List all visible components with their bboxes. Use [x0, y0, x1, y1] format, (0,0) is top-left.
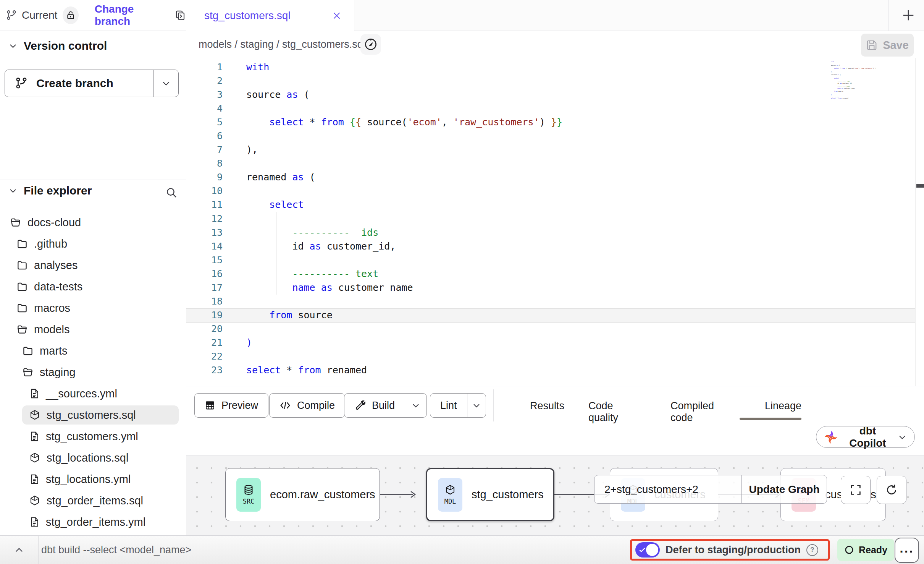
file-name: stg_order_items.sql: [47, 494, 143, 507]
code-line[interactable]: [246, 253, 562, 267]
code-line[interactable]: [246, 295, 562, 308]
lineage-canvas[interactable]: SRC ecom.raw_customers MDL stg_customers…: [186, 455, 924, 536]
code-line[interactable]: ---------- text: [246, 267, 562, 281]
code-line[interactable]: name as customer_name: [246, 281, 562, 295]
file-tree-item[interactable]: __sources.yml: [0, 383, 186, 404]
code-line[interactable]: select * from {{ source('ecom', 'raw_cus…: [246, 115, 562, 129]
code-line[interactable]: ): [246, 336, 562, 350]
file-tree-item[interactable]: .github: [0, 233, 186, 254]
fullscreen-button[interactable]: [841, 476, 871, 504]
lineage-node-source[interactable]: SRC ecom.raw_customers: [225, 468, 380, 521]
create-branch-button[interactable]: Create branch: [5, 70, 179, 97]
folder-open-icon: [10, 217, 21, 228]
panel-tab-code-quality[interactable]: Code quality: [588, 400, 618, 424]
refresh-button[interactable]: [877, 476, 906, 504]
code-line[interactable]: id as customer_id,: [246, 240, 562, 253]
panel-tab-lineage[interactable]: Lineage: [765, 400, 801, 412]
lint-button[interactable]: Lint: [430, 393, 486, 418]
file-name: __sources.yml: [46, 387, 117, 400]
folder-open-icon: [22, 366, 34, 378]
code-line[interactable]: [246, 74, 562, 88]
code-line[interactable]: select: [246, 198, 562, 212]
file-tree-item[interactable]: models: [0, 319, 186, 340]
git-branch-icon: [6, 10, 17, 21]
build-button[interactable]: Build: [344, 393, 427, 418]
scrollbar-thumb[interactable]: [916, 184, 924, 188]
line-number: 6: [186, 129, 229, 143]
code-line[interactable]: ---------- ids: [246, 226, 562, 240]
file-tree-item[interactable]: analyses: [0, 254, 186, 276]
update-graph-button[interactable]: Update Graph: [742, 475, 827, 503]
file-tree-item[interactable]: marts: [0, 340, 186, 361]
command-input[interactable]: dbt build --select <model_name>: [41, 536, 538, 564]
panel-tab-results[interactable]: Results: [530, 400, 564, 412]
file-tree-item[interactable]: staging: [0, 361, 186, 383]
document-icon: [29, 431, 40, 442]
file-tree-item[interactable]: stg_order_items.yml: [0, 511, 186, 533]
code-lines[interactable]: withsource as ( select * from {{ source(…: [246, 60, 562, 377]
line-number: 4: [186, 102, 229, 115]
copy-icon[interactable]: [174, 10, 186, 21]
change-branch-link[interactable]: Change branch: [95, 3, 165, 28]
lint-dropdown[interactable]: [467, 394, 486, 417]
search-icon[interactable]: [165, 186, 178, 199]
file-tree-item[interactable]: macros: [0, 297, 186, 319]
code-line[interactable]: [246, 350, 562, 363]
file-tree-item[interactable]: stg_locations.sql: [0, 447, 186, 468]
build-dropdown[interactable]: [405, 394, 426, 417]
file-tree-item[interactable]: stg_customers.yml: [0, 426, 186, 447]
tab-stg-customers-sql[interactable]: stg_customers.sql: [186, 0, 354, 31]
folder-icon: [22, 345, 34, 357]
more-menu-button[interactable]: ...: [895, 538, 919, 563]
folder-icon: [16, 259, 28, 271]
code-line[interactable]: [246, 212, 562, 226]
new-tab-button[interactable]: [897, 6, 920, 24]
version-control-section-header[interactable]: Version control: [8, 39, 107, 52]
copilot-icon: [824, 430, 838, 444]
create-branch-dropdown[interactable]: [154, 78, 178, 88]
line-number-gutter: 1234567891011121314151617181920212223: [186, 60, 229, 377]
file-tree-item[interactable]: stg_order_items.sql: [0, 490, 186, 511]
code-line[interactable]: [246, 322, 562, 336]
create-branch-main[interactable]: Create branch: [5, 70, 154, 97]
editor-minimap[interactable]: withsource as ( select * from {{ source(…: [831, 61, 876, 99]
code-line[interactable]: select * from renamed: [246, 363, 562, 377]
line-number: 7: [186, 143, 229, 157]
line-number: 5: [186, 115, 229, 129]
file-tree-item[interactable]: stg_customers.sql: [0, 404, 186, 426]
save-button[interactable]: Save: [861, 34, 914, 57]
gauge-icon[interactable]: [360, 34, 381, 55]
close-icon[interactable]: [332, 11, 342, 21]
file-explorer-section-header[interactable]: File explorer: [8, 184, 92, 197]
lineage-node-stg-customers[interactable]: MDL stg_customers: [426, 468, 554, 521]
code-line[interactable]: ),: [246, 143, 562, 157]
file-tree-item[interactable]: docs-cloud: [0, 212, 186, 233]
model-badge: MDL: [438, 478, 462, 512]
code-line[interactable]: [246, 102, 562, 115]
defer-toggle[interactable]: [635, 542, 660, 558]
table-icon: [205, 400, 215, 411]
line-number: 8: [186, 157, 229, 170]
preview-label: Preview: [221, 400, 258, 412]
code-line[interactable]: renamed as (: [246, 170, 562, 184]
file-name: docs-cloud: [27, 216, 81, 229]
code-line[interactable]: from source: [246, 308, 562, 322]
code-line[interactable]: [246, 129, 562, 143]
code-line[interactable]: source as (: [246, 88, 562, 102]
panel-tab-compiled-code[interactable]: Compiled code: [670, 400, 714, 424]
code-line[interactable]: [246, 157, 562, 170]
lineage-selector-input[interactable]: 2+stg_customers+2: [594, 475, 742, 503]
branch-readonly-indicator: [63, 6, 78, 24]
file-name: stg_locations.sql: [47, 452, 128, 464]
dbt-copilot-button[interactable]: dbt Copilot: [816, 426, 915, 448]
code-line[interactable]: [246, 184, 562, 198]
file-tree-item[interactable]: data-tests: [0, 276, 186, 297]
compile-button[interactable]: Compile: [269, 393, 345, 418]
file-tree-item[interactable]: stg_locations.yml: [0, 468, 186, 490]
collapse-panel-button[interactable]: [0, 536, 39, 564]
code-editor[interactable]: 1234567891011121314151617181920212223 wi…: [186, 58, 924, 386]
code-line[interactable]: with: [246, 60, 562, 74]
help-icon[interactable]: ?: [806, 544, 818, 556]
preview-button[interactable]: Preview: [194, 393, 268, 418]
line-number: 11: [186, 198, 229, 212]
